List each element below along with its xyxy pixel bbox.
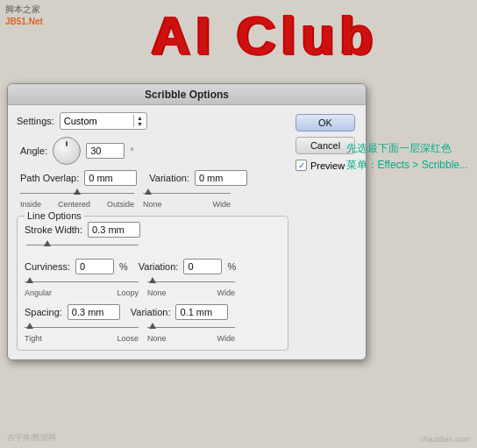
slider-labels-1: Inside Centered Outside	[20, 200, 134, 209]
spacing-var-slider[interactable]	[147, 322, 235, 334]
curviness-variation-unit: %	[227, 261, 236, 272]
arrow-down-icon[interactable]: ▼	[137, 121, 143, 127]
annotation-line1: 先选最下面一层深红色	[346, 140, 469, 157]
label-centered: Centered	[58, 200, 90, 209]
watermark-bottom-right: chazidian.com	[419, 435, 470, 444]
custom-dropdown[interactable]: Custom ▲ ▼	[60, 112, 147, 130]
path-overlap-row: Path Overlap: Variation:	[17, 170, 288, 186]
variation-slider-1[interactable]	[143, 188, 231, 200]
stroke-width-input[interactable]	[88, 222, 140, 238]
spacing-sliders: Tight Loose None Wide	[25, 322, 281, 343]
settings-row: Settings: Custom ▲ ▼	[17, 112, 288, 130]
stroke-width-slider-block	[25, 239, 139, 252]
path-overlap-slider[interactable]	[20, 188, 134, 200]
curviness-var-slider[interactable]	[147, 276, 235, 288]
curviness-slider-block: Angular Loopy	[25, 276, 139, 297]
label-loose: Loose	[117, 334, 139, 343]
line-options-label: Line Options	[25, 210, 84, 221]
label-outside: Outside	[107, 200, 134, 209]
slider-thumb-sp	[26, 323, 33, 329]
watermark-bottom-left: 吉宇典|数据网	[7, 432, 56, 444]
curviness-slider-labels: Angular Loopy	[25, 288, 139, 297]
annotation-box: 先选最下面一层深红色 菜单：Effects > Scribble...	[346, 140, 469, 174]
path-overlap-label: Path Overlap:	[20, 173, 79, 183]
slider-thumb-c	[26, 277, 33, 283]
angle-row: Angle: °	[17, 137, 288, 165]
settings-label: Settings:	[17, 116, 54, 126]
slider-thumb-1	[74, 188, 81, 195]
spacing-var-slider-block: None Wide	[147, 322, 235, 343]
curviness-sliders: Angular Loopy None Wide	[25, 276, 281, 297]
slider-track-spv	[147, 327, 235, 328]
angle-dial[interactable]	[53, 137, 81, 165]
label-none-spv: None	[147, 334, 167, 343]
scribble-options-dialog: Scribble Options Settings: Custom ▲ ▼ An…	[7, 83, 367, 360]
spacing-slider-labels: Tight Loose	[25, 334, 139, 343]
slider-thumb-spv	[149, 323, 156, 329]
sliders-row-1: Inside Centered Outside None Wide	[17, 188, 288, 209]
preview-checkbox[interactable]: ✓	[295, 160, 307, 171]
stroke-width-slider[interactable]	[26, 239, 139, 252]
dropdown-arrows[interactable]: ▲ ▼	[133, 115, 143, 127]
spacing-slider[interactable]	[25, 322, 139, 334]
label-wide-spv: Wide	[217, 334, 235, 343]
angle-input[interactable]	[86, 143, 125, 159]
label-wide-1: Wide	[212, 200, 231, 209]
arrow-up-icon[interactable]: ▲	[137, 115, 143, 121]
spacing-var-labels: None Wide	[147, 334, 235, 343]
curviness-variation-input[interactable]	[183, 259, 222, 274]
slider-track-2	[143, 193, 231, 194]
angle-unit: °	[130, 146, 133, 156]
dial-tick	[66, 141, 68, 146]
banner-title: AI Club	[53, 9, 477, 63]
spacing-input[interactable]	[68, 304, 120, 320]
curviness-slider[interactable]	[25, 276, 139, 288]
label-tight: Tight	[25, 334, 42, 343]
variation-label-2: Variation:	[139, 261, 179, 272]
spacing-slider-block: Tight Loose	[25, 322, 139, 343]
label-inside: Inside	[20, 200, 41, 209]
slider-track-c	[25, 281, 139, 282]
label-none-cv: None	[147, 288, 167, 297]
path-overlap-input[interactable]	[84, 170, 137, 186]
line-options-group: Line Options Stroke Width: Curviness:	[17, 216, 288, 351]
curviness-label: Curviness:	[25, 261, 70, 272]
label-loopy: Loopy	[117, 288, 139, 297]
spacing-label: Spacing:	[25, 307, 62, 317]
stroke-width-row: Stroke Width:	[25, 222, 281, 238]
preview-label: Preview	[310, 160, 345, 171]
slider-thumb-2	[145, 188, 152, 195]
slider-labels-2: None Wide	[143, 200, 231, 209]
variation-slider-block-1: None Wide	[143, 188, 231, 209]
label-none-1: None	[143, 200, 162, 209]
slider-track-cv	[147, 281, 235, 282]
dialog-titlebar: Scribble Options	[8, 84, 366, 105]
stroke-width-label: Stroke Width:	[25, 224, 82, 235]
watermark-site2: JB51.Net	[5, 16, 43, 28]
label-wide-cv: Wide	[217, 288, 235, 297]
watermark-top: 脚本之家 JB51.Net	[5, 4, 43, 28]
curviness-row: Curviness: % Variation: %	[25, 259, 281, 274]
spacing-variation-input[interactable]	[175, 304, 228, 320]
path-overlap-slider-block: Inside Centered Outside	[20, 188, 134, 209]
slider-thumb-cv	[149, 277, 156, 283]
variation-label-1: Variation:	[149, 173, 189, 183]
curviness-input[interactable]	[75, 259, 114, 274]
label-angular: Angular	[25, 288, 52, 297]
annotation-line2: 菜单：Effects > Scribble...	[346, 157, 469, 174]
ok-button[interactable]: OK	[295, 114, 355, 132]
angle-label: Angle:	[20, 146, 47, 156]
path-overlap-variation-input[interactable]	[195, 170, 247, 186]
dialog-body: Settings: Custom ▲ ▼ Angle: °	[8, 105, 366, 359]
slider-track-sp	[25, 327, 139, 328]
variation-label-3: Variation:	[131, 307, 171, 317]
dialog-left: Settings: Custom ▲ ▼ Angle: °	[17, 112, 288, 351]
watermark-site1: 脚本之家	[5, 4, 43, 16]
custom-value: Custom	[64, 116, 130, 126]
curviness-var-labels: None Wide	[147, 288, 235, 297]
spacing-row: Spacing: Variation:	[25, 304, 281, 320]
curviness-var-slider-block: None Wide	[147, 276, 235, 297]
curviness-unit: %	[119, 261, 128, 272]
slider-thumb-sw	[44, 240, 51, 246]
